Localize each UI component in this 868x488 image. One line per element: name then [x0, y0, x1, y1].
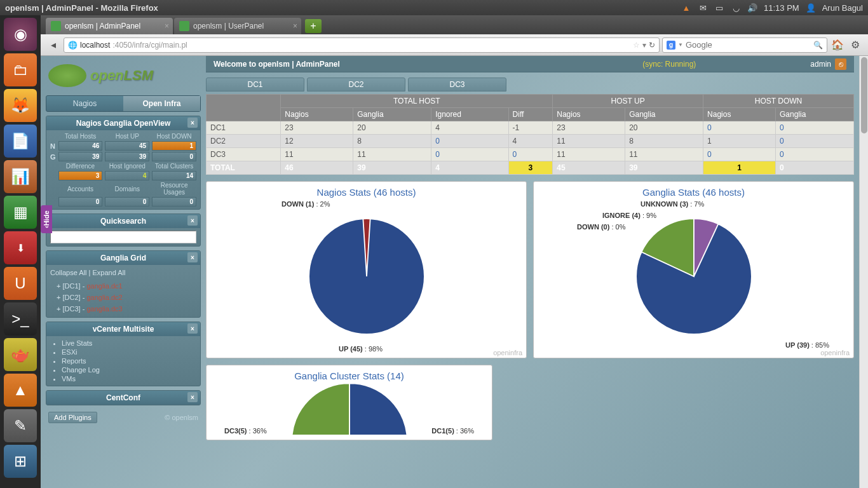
tree-item[interactable]: + [DC2] - ganglia.dc2 — [57, 292, 196, 303]
launcher-workspaces[interactable]: ⊞ — [4, 445, 37, 478]
url-host: localhost — [80, 41, 110, 50]
vcenter-item[interactable]: Reports — [62, 356, 196, 365]
tree-item[interactable]: + [DC3] - ganglia.dc3 — [57, 303, 196, 315]
table-row: DC123204-1232000 — [207, 121, 854, 135]
launcher-gedit[interactable]: ✎ — [4, 409, 37, 442]
ganglia-grid-panel: Ganglia Grid× Collapse All | Expand All … — [46, 250, 201, 318]
google-search-icon[interactable]: g — [667, 41, 675, 50]
panel-header: Nagios Ganglia OpenView × — [46, 116, 200, 130]
panel-close-icon[interactable]: × — [187, 118, 198, 128]
tab-title: openlsm | UserPanel — [193, 22, 264, 30]
launcher-app1[interactable]: ⬇ — [4, 231, 37, 264]
sidebar-tab-switcher: Nagios Open Infra — [46, 95, 201, 112]
launcher-files[interactable]: 🗀 — [4, 53, 37, 86]
bookmark-star-icon[interactable]: ☆ — [633, 41, 640, 50]
vlc-tray-icon[interactable]: ▲ — [681, 3, 691, 13]
app-viewport: openLSM Nagios Open Infra Nagios Ganglia… — [41, 56, 868, 488]
app-sidebar: openLSM Nagios Open Infra Nagios Ganglia… — [41, 56, 206, 488]
panel-close-icon[interactable]: × — [187, 252, 198, 262]
battery-icon[interactable]: ▭ — [714, 3, 724, 13]
scrollbar-thumb[interactable] — [861, 57, 867, 133]
browser-toolbar: ◂ 🌐 localhost:4050/infra/cgi/main.pl ☆ ▾… — [41, 34, 868, 56]
launcher-software-center[interactable]: U — [4, 267, 37, 300]
wifi-icon[interactable]: ◡ — [731, 3, 741, 13]
logo-text: openLSM — [90, 67, 153, 84]
welcome-text: Welcome to openlsm | AdminPanel — [214, 60, 340, 69]
tab-close-icon[interactable]: × — [165, 22, 169, 30]
back-button[interactable]: ◂ — [46, 37, 61, 53]
search-dropdown-icon[interactable]: ▼ — [678, 42, 683, 48]
launcher-vlc[interactable]: ▲ — [4, 374, 37, 407]
chart-title: Ganglia Stats (46 hosts) — [539, 187, 848, 198]
dropdown-icon[interactable]: ▾ — [642, 41, 646, 50]
vcenter-panel: vCenter Multisite× Live StatsESXiReports… — [46, 322, 201, 386]
ganglia-stats-chart: Ganglia Stats (46 hosts) UNKNOWN (3) : 7… — [533, 181, 854, 358]
mail-icon[interactable]: ✉ — [698, 3, 708, 13]
scrollbar[interactable] — [859, 56, 868, 488]
browser-tabstrip: openlsm | AdminPanel × openlsm | UserPan… — [41, 15, 868, 34]
chart-title: Ganglia Cluster Stats (14) — [212, 370, 487, 381]
volume-icon[interactable]: 🔊 — [747, 3, 757, 13]
logo: openLSM — [46, 60, 201, 92]
globe-icon: 🌐 — [68, 41, 78, 50]
launcher-dash[interactable]: ◉ — [4, 18, 37, 51]
reload-icon[interactable]: ↻ — [649, 41, 655, 50]
search-input[interactable] — [686, 40, 811, 50]
launcher-impress[interactable]: 📊 — [4, 160, 37, 193]
expand-all[interactable]: Expand All — [92, 269, 125, 276]
add-plugins-button[interactable]: Add Plugins — [48, 412, 97, 423]
sidebar-tab-nagios[interactable]: Nagios — [46, 96, 123, 111]
browser-tab-0[interactable]: openlsm | AdminPanel × — [46, 18, 173, 34]
addon-button[interactable]: ⚙ — [848, 37, 863, 53]
os-username[interactable]: Arun Bagul — [822, 3, 863, 13]
panel-close-icon[interactable]: × — [187, 215, 198, 226]
search-bar[interactable]: g ▼ 🔍 — [662, 37, 827, 53]
quicksearch-input[interactable] — [50, 231, 196, 243]
dc-tab-2[interactable]: DC2 — [307, 78, 405, 92]
browser-tab-1[interactable]: openlsm | UserPanel × — [174, 18, 301, 34]
vcenter-item[interactable]: Change Log — [62, 365, 196, 374]
chart-title: Nagios Stats (46 hosts) — [212, 187, 521, 198]
launcher-terminal[interactable]: >_ — [4, 302, 37, 336]
clock[interactable]: 11:13 PM — [764, 3, 799, 13]
url-input[interactable] — [190, 40, 297, 50]
dc-tab-3[interactable]: DC3 — [408, 78, 506, 92]
tab-close-icon[interactable]: × — [293, 22, 297, 30]
sidebar-tab-openinfra[interactable]: Open Infra — [123, 96, 200, 111]
sync-status: (sync: Running) — [340, 60, 811, 69]
table-total-row: TOTAL463943453910 — [207, 161, 854, 175]
collapse-all[interactable]: Collapse All — [50, 269, 86, 276]
table-row: DC21280411810 — [207, 135, 854, 148]
quicksearch-panel: Quicksearch× — [46, 214, 201, 247]
dc-tab-1[interactable]: DC1 — [206, 78, 304, 92]
hide-sidebar-tab[interactable]: ‹Hide — [41, 205, 52, 233]
window-title: openlsm | AdminPanel - Mozilla Firefox — [5, 3, 681, 13]
vcenter-item[interactable]: VMs — [62, 374, 196, 383]
panel-close-icon[interactable]: × — [187, 392, 198, 402]
unity-launcher: ◉ 🗀 🦊 📄 📊 ▦ ⬇ U >_ 🫖 ▲ ✎ ⊞ — [0, 15, 41, 488]
panel-close-icon[interactable]: × — [187, 323, 198, 334]
search-icon[interactable]: 🔍 — [813, 41, 823, 50]
tab-title: openlsm | AdminPanel — [65, 22, 140, 30]
centconf-panel: CentConf× — [46, 390, 201, 405]
tree-item[interactable]: + [DC1] - ganglia.dc1 — [57, 280, 196, 292]
launcher-calc[interactable]: ▦ — [4, 196, 37, 229]
table-row: DC3111100111100 — [207, 148, 854, 161]
app-main: Welcome to openlsm | AdminPanel (sync: R… — [206, 56, 859, 488]
vcenter-item[interactable]: ESXi — [62, 348, 196, 356]
launcher-firefox[interactable]: 🦊 — [4, 89, 37, 122]
vcenter-item[interactable]: Live Stats — [62, 339, 196, 348]
header-user: admin — [810, 60, 831, 69]
url-path: :4050/infra/cgi/main.pl — [112, 41, 187, 50]
launcher-writer[interactable]: 📄 — [4, 125, 37, 158]
nagios-ganglia-panel: Nagios Ganglia OpenView × Total Hosts Ho… — [46, 116, 201, 210]
new-tab-button[interactable]: + — [305, 19, 322, 33]
logout-icon[interactable]: ⎋ — [835, 58, 846, 70]
launcher-app2[interactable]: 🫖 — [4, 338, 37, 371]
host-summary-table: TOTAL HOST HOST UP HOST DOWN NagiosGangl… — [206, 94, 854, 175]
url-bar[interactable]: 🌐 localhost:4050/infra/cgi/main.pl ☆ ▾ ↻ — [64, 37, 660, 53]
logo-icon — [48, 64, 86, 87]
firefox-window: openlsm | AdminPanel × openlsm | UserPan… — [41, 15, 868, 488]
ganglia-cluster-chart: Ganglia Cluster Stats (14) DC3(5) : 36% … — [206, 365, 492, 440]
home-button[interactable]: 🏠 — [830, 37, 845, 53]
